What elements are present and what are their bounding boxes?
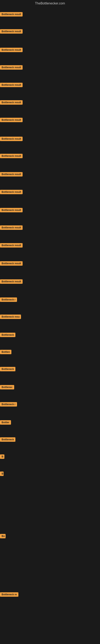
- bottleneck-badge: Bottleneck result: [0, 208, 23, 212]
- bottleneck-item: Bottler: [0, 420, 11, 426]
- bottleneck-item: Bottleneck: [0, 367, 15, 372]
- bottleneck-item: Bottleneck: [0, 333, 15, 338]
- bottleneck-badge: Bottleneck result: [0, 172, 23, 176]
- bottleneck-item: Bottlen: [0, 350, 11, 355]
- bottleneck-badge: Bottleneck: [0, 333, 15, 337]
- bottleneck-badge: B: [0, 472, 3, 476]
- bottleneck-badge: Bottleneck result: [0, 190, 23, 194]
- bottleneck-item: Bottleneck result: [0, 261, 23, 266]
- bottleneck-badge: Bottlen: [0, 350, 11, 354]
- bottleneck-item: Bo: [0, 534, 6, 539]
- bottleneck-badge: Bottleneck result: [0, 279, 23, 284]
- bottleneck-badge: Bottleneck result: [0, 226, 23, 230]
- bottleneck-badge: Bottleneck re: [0, 592, 18, 597]
- bottleneck-item: Bottleneck result: [0, 12, 23, 17]
- bottleneck-badge: Bottleneck resu: [0, 314, 21, 319]
- bottleneck-item: Bottleneck result: [0, 279, 23, 284]
- bottleneck-badge: Bottleneck result: [0, 65, 23, 70]
- site-title: TheBottlenecker.com: [0, 0, 100, 8]
- bottleneck-item: Bottleneck r: [0, 298, 17, 303]
- bottleneck-badge: Bottler: [0, 420, 11, 425]
- bottleneck-badge: Bottleneck result: [0, 137, 23, 141]
- bottleneck-badge: Bottleneck result: [0, 100, 23, 105]
- bottleneck-badge: Bottleneck result: [0, 154, 23, 158]
- bottleneck-badge: Bottleneck: [0, 437, 15, 442]
- bottleneck-badge: Bottlenec: [0, 385, 14, 390]
- bottleneck-item: Bottleneck result: [0, 118, 23, 123]
- bottleneck-badge: Bottleneck result: [0, 118, 23, 122]
- bottleneck-badge: Bottleneck: [0, 367, 15, 371]
- bottleneck-item: Bottleneck result: [0, 243, 23, 248]
- bottleneck-badge: Bottleneck r: [0, 298, 17, 302]
- bottleneck-item: Bottleneck result: [0, 48, 23, 53]
- bottleneck-badge: Bottleneck result: [0, 261, 23, 266]
- bottleneck-item: Bottleneck result: [0, 83, 23, 88]
- bottleneck-badge: Bottleneck r: [0, 402, 17, 406]
- bottleneck-item: Bottleneck result: [0, 100, 23, 106]
- bottleneck-item: Bottleneck result: [0, 137, 23, 142]
- bottleneck-item: B: [0, 454, 4, 460]
- bottleneck-item: Bottleneck r: [0, 402, 17, 407]
- bottleneck-item: Bottleneck result: [0, 172, 23, 177]
- bottleneck-item: Bottleneck result: [0, 208, 23, 213]
- bottleneck-item: B: [0, 472, 3, 477]
- bottleneck-item: Bottleneck resu: [0, 314, 21, 320]
- bottleneck-item: Bottleneck result: [0, 226, 23, 231]
- bottleneck-item: Bottleneck result: [0, 65, 23, 70]
- bottleneck-badge: Bottleneck result: [0, 29, 23, 34]
- bottleneck-item: Bottleneck re: [0, 592, 18, 598]
- bottleneck-item: Bottleneck result: [0, 190, 23, 195]
- bottleneck-badge: Bottleneck result: [0, 48, 23, 52]
- bottleneck-badge: Bottleneck result: [0, 243, 23, 248]
- bottleneck-item: Bottleneck: [0, 437, 15, 442]
- bottleneck-item: Bottleneck result: [0, 29, 23, 34]
- bottleneck-item: Bottleneck result: [0, 154, 23, 159]
- bottleneck-item: Bottlenec: [0, 385, 14, 390]
- bottleneck-badge: Bo: [0, 534, 6, 538]
- bottleneck-badge: Bottleneck result: [0, 83, 23, 87]
- bottleneck-badge: Bottleneck result: [0, 12, 23, 16]
- bottleneck-badge: B: [0, 454, 4, 459]
